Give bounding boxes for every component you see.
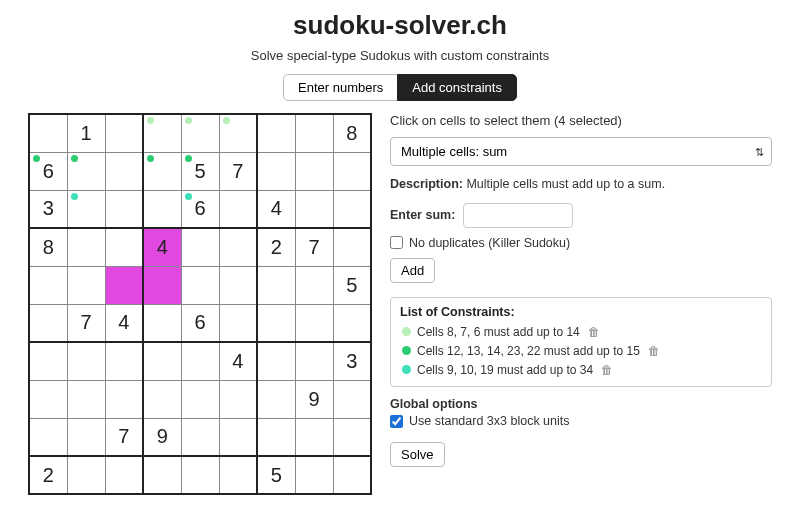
sudoku-cell[interactable] (67, 380, 105, 418)
delete-constraint-icon[interactable]: 🗑 (601, 362, 613, 378)
sudoku-cell[interactable] (333, 228, 371, 266)
sudoku-cell[interactable]: 6 (181, 304, 219, 342)
sudoku-cell[interactable] (67, 152, 105, 190)
sudoku-cell[interactable] (29, 266, 67, 304)
sudoku-cell[interactable] (257, 380, 295, 418)
sudoku-cell[interactable] (143, 342, 181, 380)
sudoku-cell[interactable] (333, 152, 371, 190)
no-duplicates-checkbox-row[interactable]: No duplicates (Killer Sudoku) (390, 236, 772, 250)
sudoku-cell[interactable]: 5 (181, 152, 219, 190)
no-duplicates-checkbox[interactable] (390, 236, 403, 249)
use-standard-blocks-checkbox[interactable] (390, 415, 403, 428)
tab-enter-numbers[interactable]: Enter numbers (283, 74, 398, 101)
sudoku-cell[interactable] (219, 190, 257, 228)
sudoku-cell[interactable] (181, 266, 219, 304)
sudoku-cell[interactable] (143, 152, 181, 190)
sudoku-cell[interactable] (143, 304, 181, 342)
sudoku-cell[interactable] (333, 418, 371, 456)
sudoku-cell[interactable] (295, 266, 333, 304)
sudoku-cell[interactable] (105, 342, 143, 380)
sudoku-cell[interactable] (295, 190, 333, 228)
sudoku-cell[interactable]: 1 (67, 114, 105, 152)
sudoku-cell[interactable] (143, 456, 181, 494)
sudoku-cell[interactable] (105, 190, 143, 228)
sudoku-cell[interactable] (181, 114, 219, 152)
sudoku-cell[interactable] (295, 342, 333, 380)
sudoku-cell[interactable]: 7 (105, 418, 143, 456)
sudoku-cell[interactable] (219, 418, 257, 456)
sudoku-cell[interactable] (105, 266, 143, 304)
enter-sum-input[interactable] (463, 203, 573, 228)
sudoku-cell[interactable] (257, 114, 295, 152)
sudoku-cell[interactable] (333, 456, 371, 494)
sudoku-cell[interactable] (295, 304, 333, 342)
sudoku-cell[interactable] (181, 342, 219, 380)
sudoku-cell[interactable] (219, 304, 257, 342)
sudoku-cell[interactable]: 5 (333, 266, 371, 304)
sudoku-cell[interactable] (295, 418, 333, 456)
sudoku-cell[interactable] (67, 266, 105, 304)
sudoku-cell[interactable] (143, 380, 181, 418)
sudoku-cell[interactable] (67, 342, 105, 380)
sudoku-cell[interactable] (67, 418, 105, 456)
constraint-type-select[interactable]: Multiple cells: sum (390, 137, 772, 166)
sudoku-cell[interactable]: 4 (105, 304, 143, 342)
sudoku-cell[interactable] (181, 228, 219, 266)
sudoku-cell[interactable] (29, 418, 67, 456)
sudoku-cell[interactable] (219, 456, 257, 494)
sudoku-cell[interactable] (67, 228, 105, 266)
sudoku-cell[interactable] (257, 152, 295, 190)
sudoku-cell[interactable] (67, 190, 105, 228)
sudoku-cell[interactable] (333, 190, 371, 228)
sudoku-cell[interactable]: 3 (333, 342, 371, 380)
sudoku-cell[interactable] (295, 456, 333, 494)
sudoku-cell[interactable]: 7 (295, 228, 333, 266)
delete-constraint-icon[interactable]: 🗑 (648, 343, 660, 359)
global-option-row[interactable]: Use standard 3x3 block units (390, 414, 772, 428)
sudoku-cell[interactable] (105, 380, 143, 418)
sudoku-cell[interactable] (257, 266, 295, 304)
sudoku-cell[interactable]: 4 (143, 228, 181, 266)
sudoku-cell[interactable] (105, 114, 143, 152)
sudoku-cell[interactable]: 7 (67, 304, 105, 342)
sudoku-cell[interactable] (143, 266, 181, 304)
sudoku-cell[interactable]: 4 (257, 190, 295, 228)
sudoku-cell[interactable] (105, 228, 143, 266)
sudoku-cell[interactable] (143, 114, 181, 152)
sudoku-cell[interactable]: 6 (29, 152, 67, 190)
sudoku-cell[interactable] (295, 114, 333, 152)
sudoku-cell[interactable] (257, 418, 295, 456)
sudoku-cell[interactable] (29, 114, 67, 152)
sudoku-cell[interactable]: 8 (333, 114, 371, 152)
sudoku-cell[interactable] (333, 380, 371, 418)
sudoku-cell[interactable] (143, 190, 181, 228)
sudoku-cell[interactable] (67, 456, 105, 494)
sudoku-cell[interactable] (219, 380, 257, 418)
sudoku-cell[interactable] (333, 304, 371, 342)
sudoku-cell[interactable]: 4 (219, 342, 257, 380)
sudoku-cell[interactable]: 2 (257, 228, 295, 266)
sudoku-cell[interactable] (181, 380, 219, 418)
add-button[interactable]: Add (390, 258, 435, 283)
sudoku-cell[interactable]: 5 (257, 456, 295, 494)
sudoku-cell[interactable] (219, 266, 257, 304)
sudoku-cell[interactable]: 2 (29, 456, 67, 494)
sudoku-cell[interactable]: 9 (295, 380, 333, 418)
sudoku-cell[interactable]: 9 (143, 418, 181, 456)
sudoku-cell[interactable] (29, 380, 67, 418)
sudoku-cell[interactable] (257, 304, 295, 342)
solve-button[interactable]: Solve (390, 442, 445, 467)
sudoku-cell[interactable]: 7 (219, 152, 257, 190)
sudoku-cell[interactable] (219, 228, 257, 266)
sudoku-cell[interactable]: 3 (29, 190, 67, 228)
sudoku-cell[interactable]: 8 (29, 228, 67, 266)
sudoku-cell[interactable] (29, 304, 67, 342)
delete-constraint-icon[interactable]: 🗑 (588, 324, 600, 340)
tab-add-constraints[interactable]: Add constraints (397, 74, 517, 101)
sudoku-cell[interactable] (105, 456, 143, 494)
sudoku-cell[interactable] (295, 152, 333, 190)
sudoku-cell[interactable]: 6 (181, 190, 219, 228)
sudoku-cell[interactable] (181, 456, 219, 494)
sudoku-cell[interactable] (29, 342, 67, 380)
sudoku-cell[interactable] (257, 342, 295, 380)
